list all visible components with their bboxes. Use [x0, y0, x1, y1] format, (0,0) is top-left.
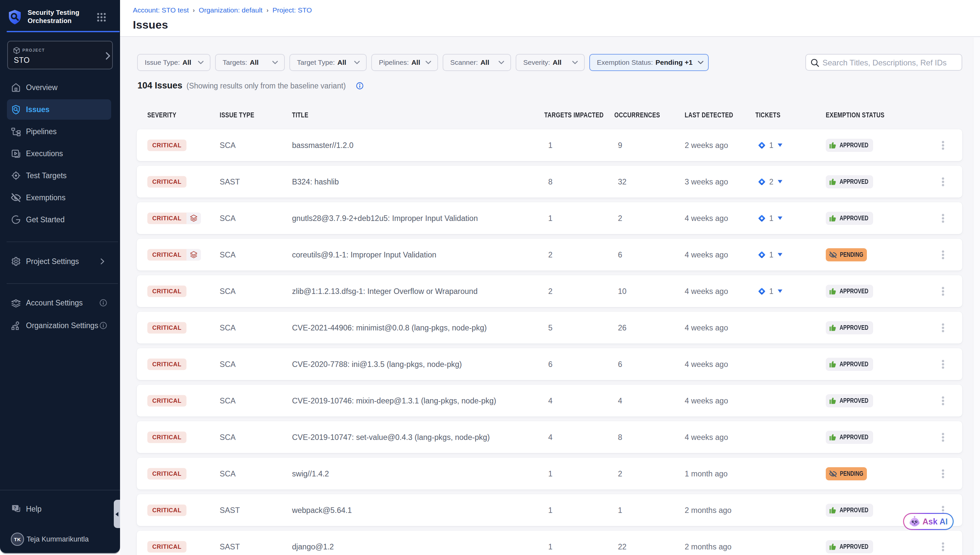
- svg-text:?: ?: [13, 505, 16, 510]
